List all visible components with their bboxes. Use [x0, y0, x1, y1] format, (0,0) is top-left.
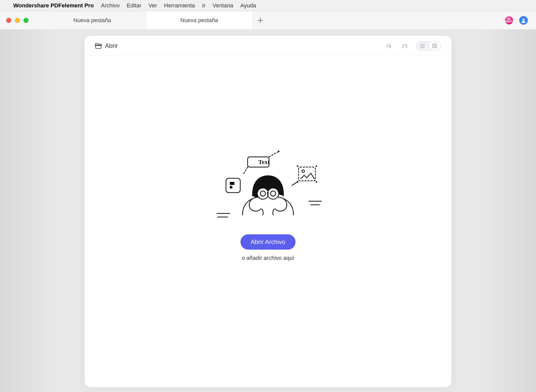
- panel-header-right: [385, 41, 441, 51]
- pin-icon: [386, 43, 392, 49]
- svg-rect-7: [230, 186, 232, 188]
- menu-ver[interactable]: Ver: [149, 2, 157, 9]
- empty-state[interactable]: Text Abrir Archivo o añadir archivo aquí: [85, 56, 451, 387]
- list-view-icon: [420, 43, 425, 48]
- svg-rect-1: [433, 44, 434, 45]
- new-tab-button[interactable]: [253, 11, 268, 29]
- menu-herramienta[interactable]: Herramienta: [164, 2, 195, 9]
- svg-rect-5: [226, 178, 240, 193]
- menu-editar[interactable]: Editar: [127, 2, 141, 9]
- illustration-text-label: Text: [258, 159, 270, 165]
- tab-label: Nueva pestaña: [180, 17, 218, 24]
- drop-hint-text: o añadir archivo aquí: [242, 255, 294, 261]
- minimize-window-button[interactable]: [15, 18, 20, 23]
- binoculars-illustration-icon: Text: [212, 148, 324, 224]
- window-chrome: Nueva pestaña Nueva pestaña V8 NUEVO: [0, 11, 536, 30]
- sort-icon: [401, 43, 408, 49]
- grid-view-icon: [432, 43, 437, 48]
- view-toggle: [416, 41, 441, 51]
- panel-header: Abrir: [85, 36, 451, 56]
- tab-bar: Nueva pestaña Nueva pestaña: [39, 11, 268, 29]
- traffic-lights: [6, 18, 29, 23]
- user-account-button[interactable]: [519, 16, 528, 25]
- close-window-button[interactable]: [6, 18, 11, 23]
- window-chrome-right: V8 NUEVO: [505, 16, 530, 25]
- version-badge-label: V8 NUEVO: [504, 18, 514, 23]
- sort-button[interactable]: [400, 42, 409, 50]
- svg-point-17: [267, 188, 279, 199]
- open-file-button[interactable]: Abrir Archivo: [240, 234, 296, 250]
- folder-open-icon: [95, 43, 102, 49]
- open-file-label: Abrir: [105, 42, 118, 49]
- zoom-window-button[interactable]: [23, 18, 29, 23]
- open-file-link[interactable]: Abrir: [95, 42, 118, 49]
- svg-point-0: [522, 19, 525, 21]
- list-view-button[interactable]: [417, 42, 428, 50]
- menu-ir[interactable]: Ir: [202, 2, 205, 9]
- tab-label: Nueva pestaña: [73, 17, 111, 24]
- grid-view-button[interactable]: [429, 42, 440, 50]
- version-badge[interactable]: V8 NUEVO: [505, 16, 513, 24]
- user-icon: [521, 18, 526, 23]
- svg-point-15: [316, 181, 317, 183]
- svg-point-13: [316, 165, 317, 167]
- menu-archivo[interactable]: Archivo: [101, 2, 119, 9]
- svg-point-9: [278, 151, 279, 152]
- svg-rect-2: [435, 44, 437, 45]
- svg-point-11: [302, 170, 304, 172]
- macos-menubar: Wondershare PDFelement Pro Archivo Edita…: [0, 0, 536, 11]
- svg-rect-6: [230, 182, 234, 185]
- main-panel: Abrir: [85, 36, 451, 387]
- empty-state-illustration: Text: [212, 148, 324, 224]
- plus-icon: [258, 18, 263, 23]
- tab-item[interactable]: Nueva pestaña: [39, 11, 146, 29]
- menu-ventana[interactable]: Ventana: [213, 2, 233, 9]
- pin-button[interactable]: [385, 42, 393, 50]
- svg-rect-4: [435, 46, 437, 48]
- workspace: Abrir: [0, 30, 536, 392]
- svg-point-16: [257, 188, 269, 199]
- app-name[interactable]: Wondershare PDFelement Pro: [13, 2, 94, 9]
- menu-ayuda[interactable]: Ayuda: [240, 2, 256, 9]
- svg-point-12: [297, 165, 298, 167]
- open-file-button-label: Abrir Archivo: [251, 238, 285, 245]
- svg-rect-3: [433, 46, 434, 48]
- tab-item[interactable]: Nueva pestaña: [146, 11, 253, 29]
